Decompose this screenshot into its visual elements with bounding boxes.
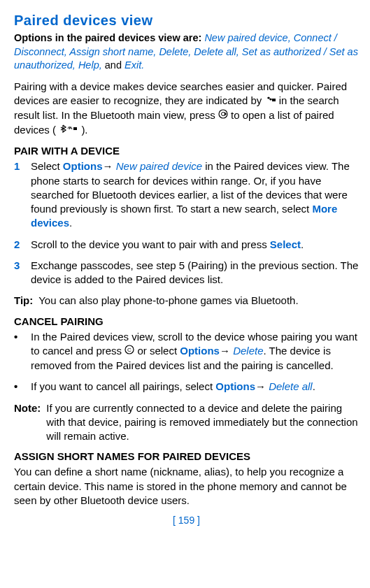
step-content: Select Options→ New paired device in the… bbox=[31, 159, 359, 230]
svg-rect-3 bbox=[73, 127, 77, 130]
step1-text-a: Select bbox=[31, 160, 63, 172]
step-content: Scroll to the device you want to pair wi… bbox=[31, 238, 304, 252]
cancel2-text-d: . bbox=[313, 380, 315, 392]
delete-link: Delete bbox=[233, 345, 263, 357]
cancel1-text-b: or select bbox=[137, 345, 180, 357]
options-link: Options bbox=[180, 345, 220, 357]
step-number: 3 bbox=[14, 259, 24, 287]
step-number: 1 bbox=[14, 159, 24, 230]
step-number: 2 bbox=[14, 238, 24, 252]
tip-row: Tip: You can also play phone-to-phone ga… bbox=[14, 294, 359, 308]
cancel2-text-a: If you want to cancel all pairings, sele… bbox=[31, 380, 215, 392]
arrow-icon: → bbox=[255, 380, 269, 392]
options-exit: Exit. bbox=[124, 59, 144, 71]
cancel-item-content: If you want to cancel all pairings, sele… bbox=[31, 380, 315, 394]
pair-heading: PAIR WITH A DEVICE bbox=[14, 145, 359, 157]
svg-text:C: C bbox=[127, 347, 131, 353]
tip-text: You can also play phone-to-phone games v… bbox=[38, 294, 298, 308]
step-1: 1 Select Options→ New paired device in t… bbox=[14, 159, 359, 230]
cancel-heading: CANCEL PAIRING bbox=[14, 315, 359, 327]
bullet-icon: • bbox=[14, 330, 24, 373]
options-link: Options bbox=[63, 160, 103, 172]
svg-rect-0 bbox=[272, 99, 276, 101]
step2-text-a: Scroll to the device you want to pair wi… bbox=[31, 238, 270, 250]
cancel-item-1: • In the Paired devices view, scroll to … bbox=[14, 330, 359, 373]
clear-key-icon: C bbox=[124, 344, 134, 358]
page-number: [ 159 ] bbox=[14, 515, 359, 526]
cancel-item-2: • If you want to cancel all pairings, se… bbox=[14, 380, 359, 394]
bullet-icon: • bbox=[14, 380, 24, 394]
intro-paragraph: Pairing with a device makes device searc… bbox=[14, 80, 359, 138]
paired-icon bbox=[265, 94, 276, 108]
new-paired-device-link: New paired device bbox=[116, 160, 202, 172]
and-word: and bbox=[102, 59, 124, 71]
note-text: If you are currently connected to a devi… bbox=[46, 401, 359, 444]
options-label: Options in the paired devices view are: bbox=[14, 32, 201, 43]
cancel-list: • In the Paired devices view, scroll to … bbox=[14, 330, 359, 394]
assign-paragraph: You can define a short name (nickname, a… bbox=[14, 465, 359, 508]
svg-point-2 bbox=[221, 113, 225, 116]
step-2: 2 Scroll to the device you want to pair … bbox=[14, 238, 359, 252]
nav-right-icon bbox=[218, 108, 228, 122]
bluetooth-paired-icon bbox=[59, 123, 78, 137]
arrow-icon: → bbox=[103, 160, 116, 172]
document-page: Paired devices view Options in the paire… bbox=[0, 0, 370, 533]
pair-steps-list: 1 Select Options→ New paired device in t… bbox=[14, 159, 359, 287]
options-link: Options bbox=[215, 380, 255, 392]
tip-label: Tip: bbox=[14, 294, 33, 308]
cancel-item-content: In the Paired devices view, scroll to th… bbox=[31, 330, 359, 373]
delete-all-link: Delete all bbox=[269, 380, 313, 392]
step2-text-c: . bbox=[301, 238, 304, 250]
page-title: Paired devices view bbox=[14, 13, 359, 29]
intro-text-4: ). bbox=[81, 124, 87, 136]
step1-text-f: . bbox=[69, 217, 72, 229]
select-link: Select bbox=[270, 238, 301, 250]
note-label: Note: bbox=[14, 401, 41, 444]
arrow-icon: → bbox=[220, 345, 233, 357]
step-content: Exchange passcodes, see step 5 (Pairing)… bbox=[31, 259, 359, 287]
note-row: Note: If you are currently connected to … bbox=[14, 401, 359, 444]
assign-heading: ASSIGN SHORT NAMES FOR PAIRED DEVICES bbox=[14, 450, 359, 462]
options-list-line: Options in the paired devices view are: … bbox=[14, 31, 359, 73]
step-3: 3 Exchange passcodes, see step 5 (Pairin… bbox=[14, 259, 359, 287]
